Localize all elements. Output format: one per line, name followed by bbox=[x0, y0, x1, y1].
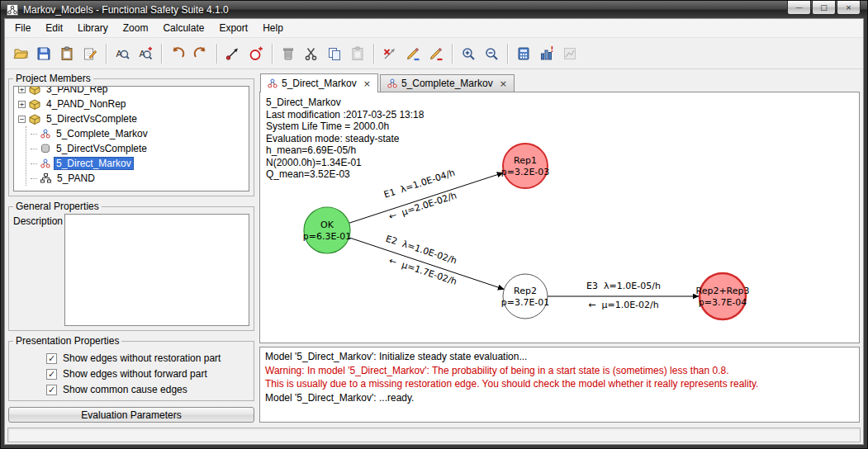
menu-help[interactable]: Help bbox=[255, 20, 291, 36]
expand-icon[interactable]: + bbox=[18, 101, 26, 108]
tab-close-icon[interactable]: × bbox=[500, 78, 507, 89]
copy-button[interactable] bbox=[323, 42, 346, 65]
chart-button[interactable] bbox=[558, 42, 581, 65]
menu-library[interactable]: Library bbox=[70, 20, 116, 36]
project-members-title: Project Members bbox=[13, 73, 93, 84]
checkbox-row-common-cause[interactable]: ✓ Show common cause edges bbox=[46, 384, 249, 395]
menu-zoom[interactable]: Zoom bbox=[116, 20, 156, 36]
tree-item-5-directvscomplete-calc[interactable]: 5_DirectVsComplete bbox=[26, 141, 249, 156]
redo-button[interactable] bbox=[189, 42, 212, 65]
checkbox-checked-icon[interactable]: ✓ bbox=[46, 369, 57, 380]
expand-icon[interactable]: + bbox=[18, 86, 26, 93]
edit-transition-icon bbox=[406, 46, 420, 61]
tree-item-5-direct-markov[interactable]: 5_Direct_Markov bbox=[26, 156, 249, 171]
edit-restoration-icon bbox=[429, 46, 443, 61]
maximize-button[interactable]: □ bbox=[812, 1, 836, 15]
checkbox-row-forward[interactable]: ✓ Show edges without forward part bbox=[46, 368, 249, 380]
log-line: Model '5_Direct_Markov': Initialize stea… bbox=[265, 350, 854, 364]
window-content: File Edit Library Zoom Calculate Export … bbox=[4, 18, 864, 445]
edge-E3[interactable]: E3 λ=1.0E-05/h ← μ=1.0E-02/h bbox=[548, 281, 699, 310]
zoom-in-icon bbox=[461, 46, 476, 61]
markov-model-icon bbox=[268, 78, 277, 88]
edit-restoration-button[interactable] bbox=[425, 42, 448, 65]
log-line-warning: This is usually due to a missing restora… bbox=[265, 377, 854, 391]
presentation-properties-group: Presentation Properties ✓ Show edges wit… bbox=[8, 335, 254, 401]
diagram-canvas[interactable]: E1 λ=1.0E-04/h ← μ=2.0E-02/h E2 λ=1.0E-0… bbox=[259, 92, 860, 343]
zoom-out-icon bbox=[484, 46, 499, 61]
info-q-mean: Q_mean=3.52E-03 bbox=[266, 168, 424, 181]
checkbox-row-restoration[interactable]: ✓ Show edges without restoration part bbox=[46, 352, 249, 364]
tab-5-direct-markov[interactable]: 5_Direct_Markov × bbox=[260, 73, 378, 92]
menu-export[interactable]: Export bbox=[211, 20, 255, 36]
left-panel: Project Members + 3_PAND_Rep + 4_PAND_No… bbox=[8, 73, 254, 423]
tree-item-label: 5_DirectVsComplete bbox=[54, 142, 149, 155]
tab-close-icon[interactable]: × bbox=[363, 78, 371, 89]
checkbox-checked-icon[interactable]: ✓ bbox=[46, 385, 57, 395]
state-node-rep2-rep3[interactable]: Rep2+Rep3 p=3.7E-04 bbox=[695, 273, 749, 319]
edit-transition-button[interactable] bbox=[401, 42, 425, 65]
calculate-report-button[interactable]: ! bbox=[535, 42, 558, 65]
chart-icon bbox=[562, 46, 577, 61]
minimize-button[interactable]: — bbox=[787, 1, 811, 15]
state-node-rep1[interactable]: Rep1 p=3.2E-03 bbox=[501, 144, 550, 188]
state-node-ok[interactable]: OK p=6.3E-01 bbox=[303, 207, 352, 253]
delete-button[interactable] bbox=[277, 42, 300, 65]
checkbox-checked-icon[interactable]: ✓ bbox=[46, 353, 57, 364]
svg-text:!: ! bbox=[551, 46, 553, 54]
main-area: Project Members + 3_PAND_Rep + 4_PAND_No… bbox=[5, 69, 863, 426]
info-evaluation-mode: Evaluation mode: steady-state bbox=[266, 133, 424, 145]
toolbar-separator bbox=[272, 44, 273, 64]
find-model-icon: A bbox=[115, 46, 130, 61]
node-probability: p=3.7E-01 bbox=[501, 297, 550, 308]
calculate-report-icon: ! bbox=[539, 46, 554, 61]
add-transition-button[interactable] bbox=[221, 42, 244, 65]
find-model-button[interactable]: A bbox=[111, 42, 134, 65]
zoom-in-button[interactable] bbox=[457, 42, 480, 65]
project-tree[interactable]: + 3_PAND_Rep + 4_PAND_NonRep − 5_ bbox=[13, 86, 249, 191]
tab-5-complete-markov[interactable]: 5_Complete_Markov × bbox=[380, 74, 515, 92]
tree-item-4-pand-nonrep[interactable]: + 4_PAND_NonRep bbox=[14, 97, 249, 111]
node-label: Rep1 bbox=[514, 155, 537, 166]
calculate-button[interactable] bbox=[512, 42, 535, 65]
tree-item-5-pand[interactable]: 5_PAND bbox=[26, 171, 249, 186]
undo-button[interactable] bbox=[166, 42, 189, 65]
edge-E2[interactable]: E2 λ=1.0E-02/h ← μ=1.7E-02/h bbox=[349, 234, 505, 290]
markov-model-icon bbox=[40, 129, 50, 139]
paste-button[interactable] bbox=[55, 42, 78, 65]
markov-model-icon bbox=[40, 158, 50, 168]
open-button[interactable] bbox=[9, 42, 32, 65]
undo-icon bbox=[170, 46, 185, 61]
add-model-button[interactable]: A bbox=[134, 42, 157, 65]
tree-connector bbox=[31, 134, 37, 135]
project-members-group: Project Members + 3_PAND_Rep + 4_PAND_No… bbox=[8, 73, 254, 196]
collapse-icon[interactable]: − bbox=[18, 116, 26, 123]
state-node-rep2[interactable]: Rep2 p=3.7E-01 bbox=[501, 274, 550, 319]
evaluation-parameters-button[interactable]: Evaluation Parameters bbox=[8, 407, 254, 423]
menu-calculate[interactable]: Calculate bbox=[155, 20, 211, 36]
edit-model-button[interactable] bbox=[78, 42, 102, 65]
tree-item-3-pand-rep[interactable]: + 3_PAND_Rep bbox=[14, 86, 249, 97]
cut-button[interactable] bbox=[300, 42, 323, 65]
log-panel[interactable]: Model '5_Direct_Markov': Initialize stea… bbox=[259, 347, 860, 423]
add-model-icon: A bbox=[138, 46, 153, 61]
remove-transition-button[interactable] bbox=[378, 42, 401, 65]
package-icon bbox=[29, 114, 40, 125]
presentation-properties-title: Presentation Properties bbox=[13, 335, 121, 347]
save-button[interactable] bbox=[32, 42, 55, 65]
tree-item-5-complete-markov[interactable]: 5_Complete_Markov bbox=[26, 126, 249, 141]
titlebar[interactable]: Markov_Models - Functional Safety Suite … bbox=[1, 1, 867, 18]
app-window: Markov_Models - Functional Safety Suite … bbox=[0, 0, 868, 449]
tree-item-5-directvscomplete[interactable]: − 5_DirectVsComplete bbox=[14, 111, 249, 126]
package-icon bbox=[29, 86, 40, 95]
description-field[interactable] bbox=[64, 214, 249, 326]
info-h-mean: h_mean=6.69E-05/h bbox=[266, 144, 424, 157]
add-state-button[interactable] bbox=[244, 42, 268, 65]
zoom-out-button[interactable] bbox=[480, 42, 503, 65]
close-button[interactable]: × bbox=[837, 1, 861, 15]
add-transition-icon bbox=[225, 46, 240, 61]
redo-icon bbox=[193, 46, 208, 61]
menu-edit[interactable]: Edit bbox=[38, 20, 70, 36]
paste-element-button[interactable] bbox=[346, 42, 369, 65]
menu-file[interactable]: File bbox=[7, 20, 38, 36]
cut-icon bbox=[304, 46, 319, 61]
